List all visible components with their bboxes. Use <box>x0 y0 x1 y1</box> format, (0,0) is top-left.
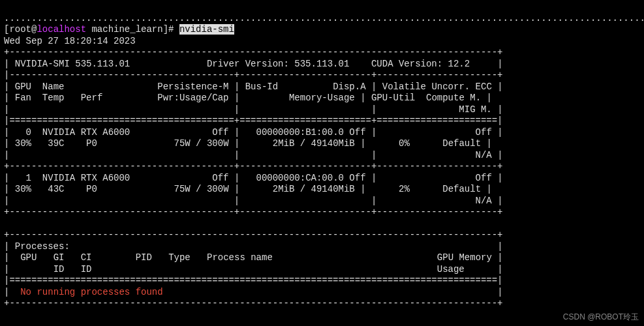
gpu-row-1-3: | | | N/A | <box>4 196 503 206</box>
proc-none: | No running processes found | <box>4 287 503 297</box>
gpu-row-0-3: | | | N/A | <box>4 150 503 160</box>
blank-line <box>4 218 9 229</box>
gpu-row-1-2: | 30% 43C P0 75W / 300W | 2MiB / 49140Mi… <box>4 184 492 194</box>
gpu-row-1-1: | 1 NVIDIA RTX A6000 Off | 00000000:CA:0… <box>4 173 503 183</box>
col-header-2: | Fan Temp Perf Pwr:Usage/Cap | Memory-U… <box>4 93 492 103</box>
col-header-3: | | | MIG M. | <box>4 104 503 115</box>
dots-line: ........................................… <box>4 13 644 23</box>
table-border: +---------------------------------------… <box>4 298 503 308</box>
table-border: +---------------------------------------… <box>4 207 503 217</box>
timestamp-line: Wed Sep 27 18:20:14 2023 <box>4 36 136 46</box>
table-border: |---------------------------------------… <box>4 70 503 80</box>
table-border: +---------------------------------------… <box>4 47 503 57</box>
header-row: | NVIDIA-SMI 535.113.01 Driver Version: … <box>4 59 503 69</box>
table-border: +---------------------------------------… <box>4 230 503 240</box>
gpu-row-0-2: | 30% 39C P0 75W / 300W | 2MiB / 49140Mi… <box>4 138 492 149</box>
table-border: |=======================================… <box>4 115 503 126</box>
proc-title: | Processes: | <box>4 241 503 252</box>
watermark: CSDN @ROBOT玲玉 <box>563 312 639 322</box>
proc-header-1: | GPU GI CI PID Type Process name GPU Me… <box>4 252 503 263</box>
command-input[interactable]: nvidia-smi <box>179 24 234 35</box>
prompt-line: [root@localhost machine_learn]# nvidia-s… <box>4 24 234 35</box>
table-border: +---------------------------------------… <box>4 161 503 171</box>
col-header-1: | GPU Name Persistence-M | Bus-Id Disp.A… <box>4 82 503 92</box>
gpu-row-0-1: | 0 NVIDIA RTX A6000 Off | 00000000:B1:0… <box>4 127 503 138</box>
terminal-output: ........................................… <box>0 0 644 311</box>
proc-header-2: | ID ID Usage | <box>4 264 503 274</box>
table-border: |=======================================… <box>4 275 503 286</box>
